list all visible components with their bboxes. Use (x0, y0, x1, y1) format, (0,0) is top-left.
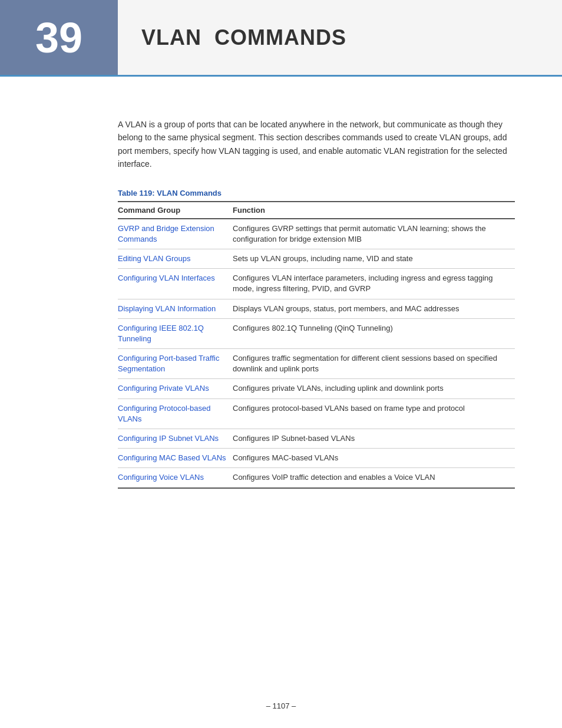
col-header-function: Function (233, 202, 515, 219)
table-cell-function: Configures VoIP traffic detection and en… (233, 468, 515, 488)
command-group-link[interactable]: Configuring Voice VLANs (118, 473, 204, 482)
command-group-link[interactable]: Configuring MAC Based VLANs (118, 453, 226, 462)
table-cell-group[interactable]: Configuring IP Subnet VLANs (118, 429, 233, 449)
chapter-title: VLAN Commands (141, 25, 346, 50)
chapter-number-block: 39 (0, 0, 118, 75)
table-cell-function: Configures GVRP settings that permit aut… (233, 219, 515, 249)
table-cell-group[interactable]: Configuring Voice VLANs (118, 468, 233, 488)
chapter-title-block: VLAN Commands (118, 0, 562, 75)
command-group-link[interactable]: Configuring IEEE 802.1Q Tunneling (118, 324, 204, 343)
page-number: – 1107 – (266, 701, 296, 710)
table-row: Configuring Protocol-based VLANsConfigur… (118, 398, 515, 429)
table-row: Configuring IP Subnet VLANsConfigures IP… (118, 429, 515, 449)
table-cell-function: Configures protocol-based VLANs based on… (233, 398, 515, 429)
chapter-title-word: VLAN (141, 25, 201, 50)
table-cell-group[interactable]: Configuring Port-based Traffic Segmentat… (118, 349, 233, 379)
table-cell-group[interactable]: Configuring Protocol-based VLANs (118, 398, 233, 429)
page-header: 39 VLAN Commands (0, 0, 562, 77)
command-group-link[interactable]: Configuring IP Subnet VLANs (118, 434, 219, 443)
table-cell-function: Configures 802.1Q Tunneling (QinQ Tunnel… (233, 318, 515, 348)
page-body: A VLAN is a group of ports that can be l… (0, 77, 562, 690)
page: 39 VLAN Commands A VLAN is a group of po… (0, 0, 562, 728)
table-cell-function: Configures VLAN interface parameters, in… (233, 269, 515, 299)
table-cell-function: Sets up VLAN groups, including name, VID… (233, 249, 515, 268)
chapter-number: 39 (35, 17, 82, 59)
table-row: Configuring IEEE 802.1Q TunnelingConfigu… (118, 318, 515, 348)
command-group-link[interactable]: Displaying VLAN Information (118, 304, 216, 313)
table-row: Configuring MAC Based VLANsConfigures MA… (118, 449, 515, 468)
table-cell-function: Configures traffic segmentation for diff… (233, 349, 515, 379)
table-cell-group[interactable]: Editing VLAN Groups (118, 249, 233, 268)
table-row: Configuring Private VLANsConfigures priv… (118, 379, 515, 398)
table-cell-function: Configures IP Subnet-based VLANs (233, 429, 515, 449)
table-cell-group[interactable]: Configuring VLAN Interfaces (118, 269, 233, 299)
page-footer: – 1107 – (0, 690, 562, 728)
table-row: GVRP and Bridge Extension CommandsConfig… (118, 219, 515, 249)
chapter-title-smallcaps: Commands (214, 25, 346, 50)
table-row: Editing VLAN GroupsSets up VLAN groups, … (118, 249, 515, 268)
command-group-link[interactable]: Editing VLAN Groups (118, 254, 191, 263)
table-row: Configuring VLAN InterfacesConfigures VL… (118, 269, 515, 299)
table-row: Configuring Port-based Traffic Segmentat… (118, 349, 515, 379)
command-group-link[interactable]: GVRP and Bridge Extension Commands (118, 224, 214, 243)
table-header-row: Command Group Function (118, 202, 515, 219)
table-cell-function: Configures private VLANs, including upli… (233, 379, 515, 398)
table-cell-function: Displays VLAN groups, status, port membe… (233, 299, 515, 318)
table-cell-group[interactable]: Configuring MAC Based VLANs (118, 449, 233, 468)
table-cell-group[interactable]: Configuring Private VLANs (118, 379, 233, 398)
table-cell-group[interactable]: GVRP and Bridge Extension Commands (118, 219, 233, 249)
table-cell-group[interactable]: Configuring IEEE 802.1Q Tunneling (118, 318, 233, 348)
command-group-link[interactable]: Configuring Private VLANs (118, 384, 209, 393)
intro-paragraph: A VLAN is a group of ports that can be l… (118, 118, 515, 171)
commands-table: Command Group Function GVRP and Bridge E… (118, 201, 515, 489)
table-row: Displaying VLAN InformationDisplays VLAN… (118, 299, 515, 318)
table-caption: Table 119: VLAN Commands (118, 189, 515, 197)
col-header-group: Command Group (118, 202, 233, 219)
table-cell-function: Configures MAC-based VLANs (233, 449, 515, 468)
command-group-link[interactable]: Configuring VLAN Interfaces (118, 274, 215, 282)
table-cell-group[interactable]: Displaying VLAN Information (118, 299, 233, 318)
command-group-link[interactable]: Configuring Protocol-based VLANs (118, 404, 211, 423)
table-row: Configuring Voice VLANsConfigures VoIP t… (118, 468, 515, 488)
command-group-link[interactable]: Configuring Port-based Traffic Segmentat… (118, 354, 219, 373)
